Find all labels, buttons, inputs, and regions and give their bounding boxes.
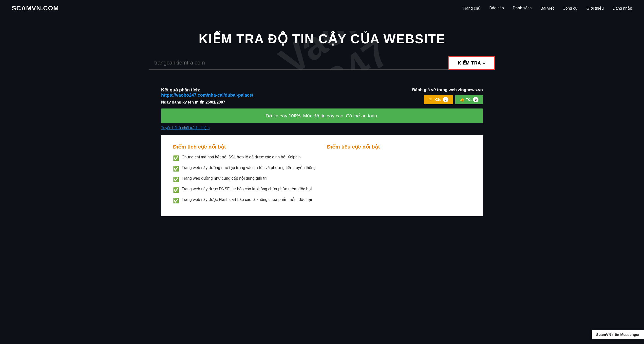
result-date: Ngày đăng ký tên miền 25/01/2007 [161, 100, 253, 105]
list-item: ✅ Chứng chỉ mã hoá kết nối SSL hợp lệ đã… [173, 154, 317, 162]
check-icon: ✅ [173, 186, 179, 194]
list-item: ✅ Trang web này được Flashstart báo cáo … [173, 197, 317, 204]
negative-title: Điểm tiêu cực nổi bật [327, 144, 471, 150]
points-grid: Điểm tích cực nổi bật ✅ Chứng chỉ mã hoá… [173, 144, 471, 207]
list-item: ✅ Trang web này được DNSFilter báo cáo l… [173, 186, 317, 194]
bad-button[interactable]: 👎 Xấu 0 [424, 95, 453, 104]
search-button[interactable]: KIỂM TRA » [448, 56, 495, 70]
search-bar: KIỂM TRA » [149, 56, 495, 70]
result-right: Đánh giá về trang web zingnews.vn 👎 Xấu … [412, 87, 483, 104]
check-icon: ✅ [173, 197, 179, 204]
nav-home[interactable]: Trang chủ [463, 6, 481, 11]
navbar: SCAMVN.COM Trang chủ Báo cáo Danh sách B… [0, 0, 644, 17]
nav-about[interactable]: Giới thiệu [586, 6, 604, 11]
result-section: Kết quả phân tích: https://vaobo247.com/… [149, 87, 495, 216]
thumbs-up-icon: 👍 [460, 97, 464, 102]
result-left: Kết quả phân tích: https://vaobo247.com/… [161, 87, 253, 105]
bad-label: Xấu [434, 97, 442, 102]
points-section: Điểm tích cực nổi bật ✅ Chứng chỉ mã hoá… [161, 135, 483, 216]
search-input[interactable] [149, 56, 448, 70]
trust-text-2: . Mức độ tin cậy cao. Có thể an toàn. [300, 113, 378, 118]
result-label: Kết quả phân tích: https://vaobo247.com/… [161, 87, 253, 98]
disclaimer-link[interactable]: Tuyên bố từ chối trách nhiệm [161, 125, 483, 130]
rating-buttons: 👎 Xấu 0 👍 Tốt 0 [412, 95, 483, 104]
check-icon: ✅ [173, 176, 179, 183]
negative-column: Điểm tiêu cực nổi bật [327, 144, 471, 207]
nav-links: Trang chủ Báo cáo Danh sách Bài viết Côn… [463, 6, 632, 11]
thumbs-down-icon: 👎 [428, 97, 433, 102]
nav-tools[interactable]: Công cụ [562, 6, 578, 11]
list-item: ✅ Trang web dường như cung cấp nội dung … [173, 176, 317, 183]
nav-login[interactable]: Đăng nhập [613, 6, 632, 11]
hero-section: Vaobo247.com KIỂM TRA ĐỘ TIN CẬY CỦA WEB… [0, 17, 644, 77]
positive-column: Điểm tích cực nổi bật ✅ Chứng chỉ mã hoá… [173, 144, 317, 207]
good-label: Tốt [466, 97, 472, 102]
positive-item-1: Chứng chỉ mã hoá kết nối SSL hợp lệ đã đ… [182, 154, 300, 160]
trust-bar: Độ tin cậy 100%. Mức độ tin cậy cao. Có … [161, 108, 483, 123]
positive-list: ✅ Chứng chỉ mã hoá kết nối SSL hợp lệ đã… [173, 154, 317, 204]
nav-articles[interactable]: Bài viết [540, 6, 554, 11]
check-icon: ✅ [173, 154, 179, 162]
rating-label: Đánh giá về trang web zingnews.vn [412, 87, 483, 92]
result-link[interactable]: https://vaobo247.com/nha-cai/dubai-palac… [161, 93, 253, 98]
trust-text-1: Độ tin cậy [266, 113, 289, 118]
positive-item-3: Trang web dường như cung cấp nội dung gi… [182, 176, 267, 182]
positive-item-4: Trang web này được DNSFilter báo cáo là … [182, 186, 312, 192]
result-top: Kết quả phân tích: https://vaobo247.com/… [161, 87, 483, 105]
site-logo: SCAMVN.COM [12, 5, 59, 12]
nav-report[interactable]: Báo cáo [489, 6, 504, 11]
check-icon: ✅ [173, 165, 179, 173]
messenger-widget[interactable]: ScamVN trên Messenger [592, 330, 644, 339]
bad-count: 0 [443, 97, 448, 102]
good-button[interactable]: 👍 Tốt 0 [455, 95, 483, 104]
trust-highlight: 100% [288, 113, 300, 118]
positive-item-5: Trang web này được Flashstart báo cáo là… [182, 197, 312, 203]
nav-list[interactable]: Danh sách [513, 6, 532, 11]
list-item: ✅ Trang web này dường như tập trung vào … [173, 165, 317, 173]
page-title: KIỂM TRA ĐỘ TIN CẬY CỦA WEBSITE [12, 31, 632, 46]
good-count: 0 [473, 97, 478, 102]
positive-item-2: Trang web này dường như tập trung vào ti… [182, 165, 316, 171]
positive-title: Điểm tích cực nổi bật [173, 144, 317, 150]
